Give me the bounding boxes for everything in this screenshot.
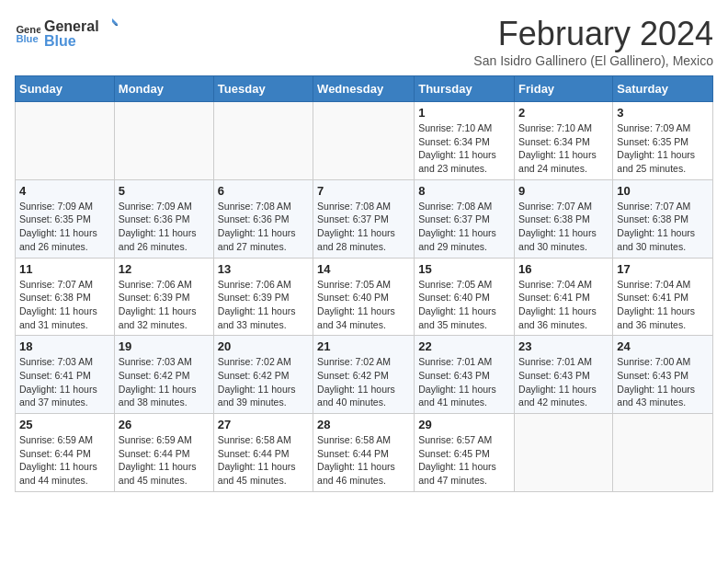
day-number: 21 [317, 339, 410, 353]
day-number: 25 [19, 418, 110, 431]
day-header-wednesday: Wednesday [313, 76, 415, 102]
calendar-cell: 15Sunrise: 7:05 AMSunset: 6:40 PMDayligh… [415, 258, 515, 336]
day-info: Sunrise: 6:57 AMSunset: 6:45 PMDaylight:… [418, 433, 510, 488]
day-number: 2 [518, 106, 609, 120]
calendar-cell [114, 102, 213, 180]
calendar-cell: 16Sunrise: 7:04 AMSunset: 6:41 PMDayligh… [515, 258, 613, 336]
day-number: 10 [617, 184, 709, 198]
calendar-subtitle: San Isidro Gallinero (El Gallinero), Mex… [473, 53, 713, 68]
calendar-cell [213, 102, 313, 180]
day-number: 6 [218, 184, 309, 198]
calendar-week-row: 4Sunrise: 7:09 AMSunset: 6:35 PMDaylight… [16, 179, 713, 258]
calendar-cell: 29Sunrise: 6:57 AMSunset: 6:45 PMDayligh… [415, 414, 515, 492]
day-header-friday: Friday [515, 76, 613, 102]
day-number: 11 [19, 262, 110, 276]
logo-icon: General Blue [15, 19, 40, 45]
day-number: 7 [317, 184, 410, 198]
calendar-cell: 2Sunrise: 7:10 AMSunset: 6:34 PMDaylight… [515, 102, 613, 180]
calendar-cell: 1Sunrise: 7:10 AMSunset: 6:34 PMDaylight… [415, 102, 515, 180]
calendar-cell: 17Sunrise: 7:04 AMSunset: 6:41 PMDayligh… [613, 258, 713, 336]
day-info: Sunrise: 6:59 AMSunset: 6:44 PMDaylight:… [19, 433, 110, 488]
calendar-cell: 11Sunrise: 7:07 AMSunset: 6:38 PMDayligh… [16, 258, 115, 336]
day-info: Sunrise: 6:59 AMSunset: 6:44 PMDaylight:… [119, 433, 210, 488]
day-info: Sunrise: 7:08 AMSunset: 6:37 PMDaylight:… [418, 200, 510, 254]
calendar-cell: 27Sunrise: 6:58 AMSunset: 6:44 PMDayligh… [213, 414, 313, 492]
calendar-cell [313, 102, 415, 180]
day-header-thursday: Thursday [415, 76, 515, 102]
calendar-week-row: 18Sunrise: 7:03 AMSunset: 6:41 PMDayligh… [16, 336, 713, 414]
day-info: Sunrise: 7:01 AMSunset: 6:43 PMDaylight:… [418, 355, 510, 409]
day-number: 19 [119, 339, 210, 353]
calendar-cell: 21Sunrise: 7:02 AMSunset: 6:42 PMDayligh… [313, 336, 415, 414]
calendar-week-row: 1Sunrise: 7:10 AMSunset: 6:34 PMDaylight… [16, 102, 713, 180]
day-number: 23 [518, 339, 609, 353]
calendar-week-row: 25Sunrise: 6:59 AMSunset: 6:44 PMDayligh… [16, 414, 713, 492]
day-info: Sunrise: 7:03 AMSunset: 6:41 PMDaylight:… [19, 355, 110, 409]
calendar-cell: 18Sunrise: 7:03 AMSunset: 6:41 PMDayligh… [16, 336, 115, 414]
title-block: February 2024 San Isidro Gallinero (El G… [473, 15, 713, 68]
calendar-title: February 2024 [473, 15, 713, 53]
day-number: 9 [518, 184, 609, 198]
calendar-cell: 19Sunrise: 7:03 AMSunset: 6:42 PMDayligh… [114, 336, 213, 414]
day-number: 13 [218, 262, 309, 276]
calendar-cell: 8Sunrise: 7:08 AMSunset: 6:37 PMDaylight… [415, 179, 515, 258]
calendar-cell [613, 414, 713, 492]
day-number: 17 [617, 262, 709, 276]
day-info: Sunrise: 7:08 AMSunset: 6:37 PMDaylight:… [317, 200, 410, 254]
day-number: 5 [119, 184, 210, 198]
logo-svg: General Blue [44, 15, 118, 50]
calendar-cell: 25Sunrise: 6:59 AMSunset: 6:44 PMDayligh… [16, 414, 115, 492]
svg-text:General: General [44, 18, 99, 34]
calendar-cell: 28Sunrise: 6:58 AMSunset: 6:44 PMDayligh… [313, 414, 415, 492]
page-header: General Blue General Blue February 2024 … [15, 15, 713, 68]
day-info: Sunrise: 7:09 AMSunset: 6:36 PMDaylight:… [119, 200, 210, 254]
calendar-header-row: SundayMondayTuesdayWednesdayThursdayFrid… [16, 76, 713, 102]
day-info: Sunrise: 7:08 AMSunset: 6:36 PMDaylight:… [218, 200, 309, 254]
day-header-tuesday: Tuesday [213, 76, 313, 102]
day-info: Sunrise: 7:05 AMSunset: 6:40 PMDaylight:… [317, 278, 410, 332]
day-number: 3 [617, 106, 709, 120]
calendar-cell: 24Sunrise: 7:00 AMSunset: 6:43 PMDayligh… [613, 336, 713, 414]
day-info: Sunrise: 7:07 AMSunset: 6:38 PMDaylight:… [617, 200, 709, 254]
day-header-monday: Monday [114, 76, 213, 102]
calendar-cell: 10Sunrise: 7:07 AMSunset: 6:38 PMDayligh… [613, 179, 713, 258]
logo: General Blue General Blue [15, 15, 118, 50]
calendar-cell: 4Sunrise: 7:09 AMSunset: 6:35 PMDaylight… [16, 179, 115, 258]
day-number: 20 [218, 339, 309, 353]
day-info: Sunrise: 7:09 AMSunset: 6:35 PMDaylight:… [617, 121, 709, 176]
day-info: Sunrise: 6:58 AMSunset: 6:44 PMDaylight:… [218, 433, 309, 488]
calendar-cell: 13Sunrise: 7:06 AMSunset: 6:39 PMDayligh… [213, 258, 313, 336]
day-info: Sunrise: 7:02 AMSunset: 6:42 PMDaylight:… [218, 355, 309, 409]
calendar-week-row: 11Sunrise: 7:07 AMSunset: 6:38 PMDayligh… [16, 258, 713, 336]
calendar-cell [16, 102, 115, 180]
day-number: 8 [418, 184, 510, 198]
day-number: 29 [418, 418, 510, 431]
calendar-cell: 22Sunrise: 7:01 AMSunset: 6:43 PMDayligh… [415, 336, 515, 414]
day-number: 27 [218, 418, 309, 431]
day-info: Sunrise: 7:00 AMSunset: 6:43 PMDaylight:… [617, 355, 709, 409]
calendar-cell: 20Sunrise: 7:02 AMSunset: 6:42 PMDayligh… [213, 336, 313, 414]
day-info: Sunrise: 7:05 AMSunset: 6:40 PMDaylight:… [418, 278, 510, 332]
day-number: 24 [617, 339, 709, 353]
calendar-cell: 3Sunrise: 7:09 AMSunset: 6:35 PMDaylight… [613, 102, 713, 180]
day-info: Sunrise: 7:07 AMSunset: 6:38 PMDaylight:… [518, 200, 609, 254]
day-header-sunday: Sunday [16, 76, 115, 102]
day-info: Sunrise: 7:04 AMSunset: 6:41 PMDaylight:… [518, 278, 609, 332]
calendar-cell: 12Sunrise: 7:06 AMSunset: 6:39 PMDayligh… [114, 258, 213, 336]
day-info: Sunrise: 7:06 AMSunset: 6:39 PMDaylight:… [218, 278, 309, 332]
calendar-cell: 7Sunrise: 7:08 AMSunset: 6:37 PMDaylight… [313, 179, 415, 258]
day-number: 22 [418, 339, 510, 353]
day-info: Sunrise: 7:07 AMSunset: 6:38 PMDaylight:… [19, 278, 110, 332]
calendar-cell: 14Sunrise: 7:05 AMSunset: 6:40 PMDayligh… [313, 258, 415, 336]
day-number: 14 [317, 262, 410, 276]
day-info: Sunrise: 7:06 AMSunset: 6:39 PMDaylight:… [119, 278, 210, 332]
day-number: 26 [119, 418, 210, 431]
day-number: 1 [418, 106, 510, 120]
day-info: Sunrise: 7:01 AMSunset: 6:43 PMDaylight:… [518, 355, 609, 409]
svg-text:Blue: Blue [44, 33, 76, 49]
day-info: Sunrise: 6:58 AMSunset: 6:44 PMDaylight:… [317, 433, 410, 488]
calendar-cell: 6Sunrise: 7:08 AMSunset: 6:36 PMDaylight… [213, 179, 313, 258]
calendar-cell [515, 414, 613, 492]
day-number: 4 [19, 184, 110, 198]
day-number: 15 [418, 262, 510, 276]
